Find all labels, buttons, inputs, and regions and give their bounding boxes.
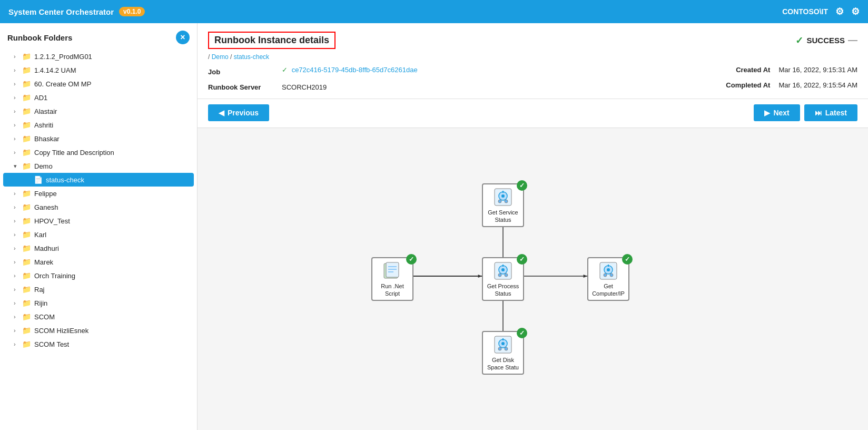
sidebar-item-alastair[interactable]: ›📁Alastair [0, 104, 197, 118]
chevron-icon: › [14, 53, 22, 60]
breadcrumb-status-check[interactable]: status-check [234, 53, 269, 61]
sidebar-item-ashriti[interactable]: ›📁Ashriti [0, 118, 197, 132]
sidebar-item-label: 1.4.14.2 UAM [34, 66, 192, 74]
previous-label: Previous [228, 109, 259, 117]
latest-icon: ⏭ [815, 109, 822, 117]
sidebar-item-label: Raj [34, 286, 192, 294]
nav-buttons: ◀ Previous ▶ Next ⏭ Latest [198, 99, 868, 128]
job-id-link[interactable]: ce72c416-5179-45db-8ffb-65d7c6261dae [292, 66, 418, 74]
activity-icon-get-service [494, 188, 512, 207]
latest-label: Latest [825, 109, 847, 117]
job-value: ✓ ce72c416-5179-45db-8ffb-65d7c6261dae [282, 66, 673, 74]
sidebar-item-scomhizli[interactable]: ›📁SCOM HizliEsnek [0, 324, 197, 337]
folder-icon: 📁 [22, 134, 31, 143]
chevron-icon: › [14, 81, 22, 87]
sidebar-item-1212[interactable]: ›📁1.2.1.2_ProdMG01 [0, 50, 197, 63]
sidebar-item-demo[interactable]: ▾📁Demo [0, 159, 197, 173]
sidebar-item-marek[interactable]: ›📁Marek [0, 255, 197, 269]
topbar-right: CONTOSO\IT ⚙ ⚙ [782, 6, 860, 17]
sidebar-item-madhuri[interactable]: ›📁Madhuri [0, 241, 197, 255]
folder-icon: 📁 [22, 230, 31, 239]
sidebar-item-scom[interactable]: ›📁SCOM [0, 310, 197, 324]
close-icon: × [180, 33, 185, 42]
activity-label-get-computer: Get Computer/IP [592, 282, 625, 298]
sidebar-item-scomtest[interactable]: ›📁SCOM Test [0, 337, 197, 351]
diagram-canvas: ✓ Run .Net Script✓ Get Service Status✓ G… [198, 128, 830, 392]
sidebar-item-felippe[interactable]: ›📁Felippe [0, 187, 197, 200]
chevron-icon: › [14, 286, 22, 292]
svg-point-27 [604, 273, 607, 277]
sidebar-item-label: AD1 [34, 94, 192, 102]
sidebar-item-rijin[interactable]: ›📁Rijin [0, 296, 197, 310]
activity-label-run-net: Run .Net Script [381, 282, 403, 298]
svg-marker-5 [584, 275, 587, 278]
previous-icon: ◀ [219, 109, 224, 117]
folder-icon: 📁 [22, 312, 31, 321]
previous-button[interactable]: ◀ Previous [208, 104, 269, 121]
sidebar-item-label: Madhuri [34, 245, 192, 252]
sidebar-item-bhaskar[interactable]: ›📁Bhaskar [0, 132, 197, 145]
settings-icon[interactable]: ⚙ [835, 6, 844, 17]
chevron-icon: › [14, 231, 22, 238]
sidebar: Runbook Folders × ›📁1.2.1.2_ProdMG01›📁1.… [0, 23, 198, 430]
nav-btn-group: ▶ Next ⏭ Latest [754, 104, 857, 121]
folder-icon: 📁 [22, 326, 31, 335]
folder-icon: 📁 [22, 162, 31, 170]
success-badge-get-process: ✓ [517, 254, 527, 265]
activity-icon-get-disk [494, 335, 512, 354]
sidebar-item-karl[interactable]: ›📁Karl [0, 228, 197, 241]
sidebar-item-raj[interactable]: ›📁Raj [0, 282, 197, 296]
sidebar-item-hpov[interactable]: ›📁HPOV_Test [0, 214, 197, 228]
status-text: SUCCESS [806, 36, 845, 45]
sidebar-title: Runbook Folders [7, 33, 72, 42]
chevron-icon: › [14, 204, 22, 210]
sidebar-scroll[interactable]: ›📁1.2.1.2_ProdMG01›📁1.4.14.2 UAM›📁60. Cr… [0, 50, 197, 430]
sidebar-item-label: Ashriti [34, 121, 192, 129]
runbook-server-value: SCORCH2019 [282, 81, 673, 93]
collapse-icon[interactable]: — [848, 35, 857, 46]
sidebar-close-button[interactable]: × [176, 31, 190, 44]
sidebar-item-label: status-check [46, 176, 189, 184]
activity-node-get-process[interactable]: ✓ Get Process Status [482, 257, 524, 301]
sidebar-item-ganesh[interactable]: ›📁Ganesh [0, 200, 197, 214]
next-button[interactable]: ▶ Next [754, 104, 800, 121]
svg-point-19 [501, 268, 505, 271]
sidebar-item-60[interactable]: ›📁60. Create OM MP [0, 77, 197, 91]
activity-node-get-service[interactable]: ✓ Get Service Status [482, 183, 524, 227]
sidebar-item-1414[interactable]: ›📁1.4.14.2 UAM [0, 63, 197, 77]
sidebar-item-ad1[interactable]: ›📁AD1 [0, 91, 197, 104]
sidebar-item-orch[interactable]: ›📁Orch Training [0, 269, 197, 282]
diagram-area[interactable]: ✓ Run .Net Script✓ Get Service Status✓ G… [198, 128, 868, 430]
folder-icon: 📁 [22, 52, 31, 61]
chevron-icon: › [14, 327, 22, 334]
breadcrumb-demo[interactable]: Demo [212, 53, 229, 61]
sidebar-item-status-check[interactable]: 📄status-check [3, 173, 194, 187]
folder-icon: 📁 [22, 271, 31, 280]
sidebar-item-label: Marek [34, 258, 192, 266]
chevron-icon: ▾ [14, 163, 22, 170]
sidebar-item-label: SCOM [34, 313, 192, 321]
svg-point-33 [498, 347, 501, 350]
folder-icon: 📁 [22, 285, 31, 294]
config-icon[interactable]: ⚙ [851, 6, 860, 17]
completed-at-label: Completed At [673, 81, 778, 89]
success-check-icon: ✓ [795, 35, 803, 46]
sidebar-item-label: 60. Create OM MP [34, 80, 192, 88]
chevron-icon: › [14, 300, 22, 306]
folder-icon: 📁 [22, 107, 31, 115]
folder-icon: 📁 [22, 217, 31, 225]
chevron-icon: › [14, 67, 22, 73]
topbar: System Center Orchestrator v0.1.0 CONTOS… [0, 0, 868, 23]
activity-node-get-computer[interactable]: ✓ Get Computer/IP [587, 257, 629, 301]
chevron-icon: › [14, 341, 22, 347]
sidebar-item-label: Bhaskar [34, 135, 192, 143]
activity-icon-run-net [383, 261, 402, 280]
activity-node-get-disk[interactable]: ✓ Get Disk Space Statu [482, 331, 524, 375]
sidebar-item-copy[interactable]: ›📁Copy Title and Description [0, 145, 197, 159]
chevron-icon: › [14, 122, 22, 128]
sidebar-item-label: Alastair [34, 108, 192, 115]
sidebar-item-label: Karl [34, 231, 192, 239]
latest-button[interactable]: ⏭ Latest [804, 104, 857, 121]
sidebar-item-label: Copy Title and Description [34, 149, 192, 157]
activity-node-run-net[interactable]: ✓ Run .Net Script [371, 257, 413, 301]
